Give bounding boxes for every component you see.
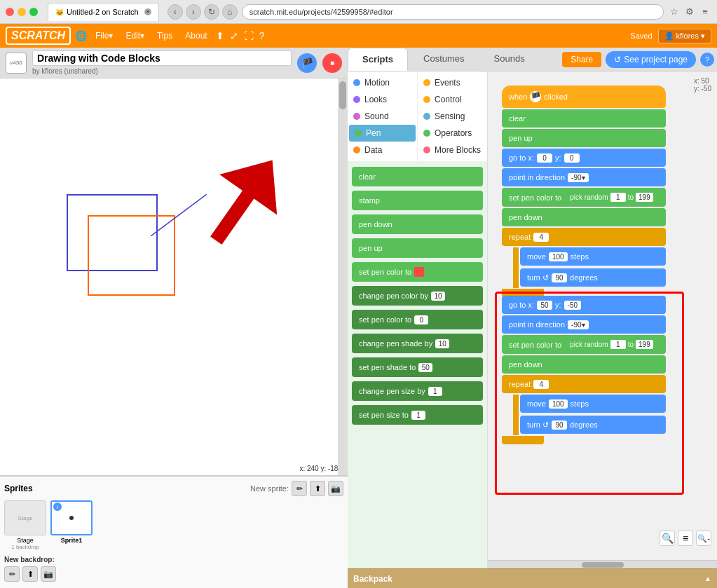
camera-backdrop-btn[interactable]: 📷	[41, 566, 56, 582]
category-pen[interactable]: Pen	[349, 125, 416, 142]
pick-random-main[interactable]: pick random 1 to 199	[564, 191, 659, 203]
repeat-input-2[interactable]: 4	[533, 380, 549, 389]
cb-point-direction-2[interactable]: point in direction -90▾	[502, 315, 666, 334]
sprite1-item[interactable]: i Sprite1	[50, 500, 93, 550]
see-project-btn[interactable]: ↺ See project page	[606, 51, 696, 68]
category-events[interactable]: Events	[418, 74, 487, 91]
set-shade-input[interactable]: 50	[418, 363, 432, 372]
block-change-pen-size[interactable]: change pen size by 1	[352, 381, 483, 401]
set-size-input[interactable]: 1	[411, 411, 425, 420]
edit-menu[interactable]: Edit▾	[121, 28, 149, 43]
help-icon[interactable]: ?	[259, 30, 265, 41]
repeat-input-main[interactable]: 4	[533, 233, 549, 242]
category-sound[interactable]: Sound	[348, 108, 417, 125]
minimize-window-btn[interactable]	[18, 8, 26, 16]
turn-input-2[interactable]: 90	[552, 421, 567, 430]
cb-when-clicked[interactable]: when 🏴 clicked	[502, 86, 666, 108]
bookmark-icon[interactable]: ☆	[668, 6, 681, 18]
cb-set-pen-color-random-2[interactable]: set pen color to pick random 1 to 199	[502, 335, 666, 354]
green-flag-btn[interactable]: 🏴	[297, 53, 317, 73]
cb-repeat-2[interactable]: repeat 4	[502, 375, 666, 393]
block-set-pen-color[interactable]: set pen color to	[352, 262, 483, 282]
cb-turn-2[interactable]: turn ↺ 90 degrees	[520, 416, 666, 434]
category-operators[interactable]: Operators	[418, 125, 487, 142]
cb-clear[interactable]: clear	[502, 109, 666, 128]
cb-turn-main[interactable]: turn ↺ 90 degrees	[520, 268, 666, 287]
cb-set-pen-color-random-main[interactable]: set pen color to pick random 1 to 199	[502, 188, 666, 207]
project-title-input[interactable]	[32, 50, 292, 66]
backpack-bar[interactable]: Backpack ▲	[348, 568, 717, 588]
cb-point-direction-main[interactable]: point in direction -90▾	[502, 168, 666, 186]
block-stamp[interactable]: stamp	[352, 191, 483, 210]
paint-backdrop-btn[interactable]: ✏	[4, 566, 20, 582]
category-more-blocks[interactable]: More Blocks	[418, 142, 487, 158]
close-window-btn[interactable]	[6, 8, 14, 16]
goto-x-input[interactable]: 0	[537, 153, 552, 163]
refresh-btn[interactable]: ↻	[204, 4, 219, 20]
zoom-fit-btn[interactable]: ≡	[678, 531, 693, 546]
home-btn[interactable]: ⌂	[222, 4, 238, 20]
expand-icon[interactable]: ⤢	[230, 30, 238, 41]
cb-goto-50--50[interactable]: go to x: 50 y: -50	[502, 296, 666, 314]
cb-pen-down-2[interactable]: pen down	[502, 355, 666, 374]
block-set-pen-shade[interactable]: set pen shade to 50	[352, 357, 483, 377]
direction-input-2[interactable]: -90▾	[568, 320, 588, 329]
cb-repeat-main[interactable]: repeat 4	[502, 228, 666, 246]
set-color-input[interactable]: 0	[414, 315, 428, 324]
paint-sprite-btn[interactable]: ✏	[292, 481, 307, 496]
help-question-btn[interactable]: ?	[700, 53, 714, 67]
tab-costumes[interactable]: Costumes	[409, 48, 479, 71]
cb-goto-0-0[interactable]: go to x: 0 y: 0	[502, 149, 666, 167]
stop-btn[interactable]: ■	[322, 53, 342, 73]
import-sprite-btn[interactable]: ⬆	[310, 481, 325, 496]
cb-move-2[interactable]: move 100 steps	[520, 395, 666, 413]
cb-move-main[interactable]: move 100 steps	[520, 247, 666, 266]
change-color-input[interactable]: 10	[431, 292, 445, 301]
extensions-icon[interactable]: ⚙	[683, 6, 696, 18]
camera-sprite-btn[interactable]: 📷	[328, 481, 343, 496]
back-btn[interactable]: ‹	[168, 4, 183, 20]
tab-scripts[interactable]: Scripts	[348, 48, 408, 71]
profile-btn[interactable]: 👤 kflores ▾	[658, 29, 711, 43]
tab-sounds[interactable]: Sounds	[480, 48, 539, 71]
maximize-window-btn[interactable]	[29, 8, 38, 16]
about-menu[interactable]: About	[181, 28, 211, 43]
h-scroll-thumb[interactable]	[582, 562, 624, 568]
turn-input-main[interactable]: 90	[552, 273, 567, 282]
import-backdrop-btn[interactable]: ⬆	[22, 566, 38, 582]
block-set-pen-color-num[interactable]: set pen color to 0	[352, 310, 483, 329]
block-set-pen-size[interactable]: set pen size to 1	[352, 405, 483, 425]
block-pen-down[interactable]: pen down	[352, 214, 483, 234]
cb-pen-down-main[interactable]: pen down	[502, 208, 666, 226]
block-pen-up[interactable]: pen up	[352, 238, 483, 258]
goto-y-input[interactable]: 0	[564, 153, 580, 163]
fullscreen-icon[interactable]: ⛶	[244, 30, 254, 41]
goto2-x-input[interactable]: 50	[537, 301, 552, 310]
stage-item[interactable]: Stage Stage 1 backdrop	[4, 500, 46, 550]
forward-btn[interactable]: ›	[186, 4, 201, 20]
share-btn[interactable]: Share	[562, 52, 601, 67]
move-input-main[interactable]: 100	[549, 252, 568, 261]
direction-input-main[interactable]: -90▾	[568, 173, 588, 182]
change-size-input[interactable]: 1	[428, 387, 442, 396]
globe-icon[interactable]: 🌐	[75, 30, 87, 41]
zoom-in-btn[interactable]: 🔍	[660, 531, 675, 546]
category-sensing[interactable]: Sensing	[418, 108, 487, 125]
goto2-y-input[interactable]: -50	[564, 301, 581, 310]
tips-menu[interactable]: Tips	[153, 28, 177, 43]
scroll-thumb[interactable]	[339, 81, 346, 109]
vertical-scrollbar[interactable]	[338, 78, 348, 475]
zoom-out-btn[interactable]: 🔍-	[696, 531, 711, 546]
address-bar[interactable]: scratch.mit.edu/projects/42599958/#edito…	[242, 4, 664, 20]
move-input-2[interactable]: 100	[549, 399, 568, 409]
pick-random-2[interactable]: pick random 1 to 199	[564, 339, 659, 350]
category-looks[interactable]: Looks	[348, 91, 417, 108]
block-change-pen-color[interactable]: change pen color by 10	[352, 286, 483, 306]
change-shade-input[interactable]: 10	[435, 339, 449, 348]
block-change-pen-shade[interactable]: change pen shade by 10	[352, 334, 483, 353]
tab-close-btn[interactable]: ×	[144, 8, 151, 15]
block-clear[interactable]: clear	[352, 167, 483, 186]
file-menu[interactable]: File▾	[91, 28, 117, 43]
upload-icon[interactable]: ⬆	[216, 30, 224, 41]
menu-icon[interactable]: ≡	[699, 6, 711, 18]
